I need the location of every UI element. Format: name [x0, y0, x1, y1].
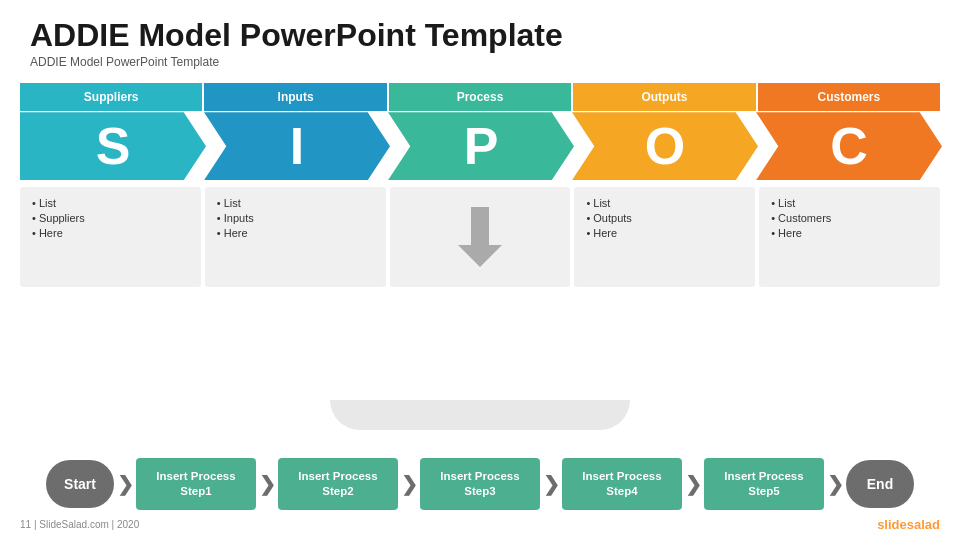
list-item: List: [32, 197, 189, 209]
flow-step-3[interactable]: Insert ProcessStep3: [420, 458, 540, 510]
sipoc-label-inputs: Inputs: [204, 83, 386, 111]
logo-text: slide: [877, 517, 907, 532]
footer-site: SlideSalad.com: [39, 519, 108, 530]
footer: 11 | SlideSalad.com | 2020 slidesalad: [0, 517, 960, 532]
down-arrow-icon: [460, 207, 500, 267]
flow-end-arrow: ❯: [824, 473, 846, 495]
sub-title: ADDIE Model PowerPoint Template: [30, 55, 930, 69]
sipoc-label-process: Process: [389, 83, 571, 111]
sipoc-label-suppliers: Suppliers: [20, 83, 202, 111]
sipoc-arrow-c: C: [756, 112, 942, 180]
flow-connector-arrow: ❯: [256, 473, 278, 495]
flow-connector-arrow: ❯: [540, 473, 562, 495]
header: ADDIE Model PowerPoint Template ADDIE Mo…: [0, 0, 960, 73]
sipoc-card-2: [390, 187, 571, 287]
sipoc-section: SuppliersInputsProcessOutputsCustomers S…: [0, 73, 960, 287]
flow-connector-arrow: ❯: [398, 473, 420, 495]
flow-connector-arrow: ❯: [682, 473, 704, 495]
flow-step-2[interactable]: Insert ProcessStep2: [278, 458, 398, 510]
flow-step-5[interactable]: Insert ProcessStep5: [704, 458, 824, 510]
process-flow: Start❯Insert ProcessStep1❯Insert Process…: [0, 458, 960, 510]
sipoc-card-3: ListOutputsHere: [574, 187, 755, 287]
list-item: Here: [32, 227, 189, 239]
list-item: List: [771, 197, 928, 209]
footer-logo: slidesalad: [877, 517, 940, 532]
list-item: Inputs: [217, 212, 374, 224]
semicircle-divider: [330, 400, 630, 430]
logo-accent: salad: [907, 517, 940, 532]
sipoc-cards: ListSuppliersHereListInputsHereListOutpu…: [20, 187, 940, 287]
footer-year: 2020: [117, 519, 139, 530]
sipoc-arrow-s: S: [20, 112, 206, 180]
sipoc-label-bar: SuppliersInputsProcessOutputsCustomers: [20, 83, 940, 111]
sipoc-arrow-i: I: [204, 112, 390, 180]
sipoc-arrow-row: SIPOC: [20, 111, 940, 181]
page-number: 11: [20, 519, 31, 530]
flow-start: Start: [46, 460, 114, 508]
flow-end: End: [846, 460, 914, 508]
sipoc-arrow-o: O: [572, 112, 758, 180]
list-item: Here: [217, 227, 374, 239]
sipoc-card-0: ListSuppliersHere: [20, 187, 201, 287]
sipoc-card-4: ListCustomersHere: [759, 187, 940, 287]
flow-connector-arrow: ❯: [114, 473, 136, 495]
flow-step-4[interactable]: Insert ProcessStep4: [562, 458, 682, 510]
sipoc-card-1: ListInputsHere: [205, 187, 386, 287]
sipoc-arrow-p: P: [388, 112, 574, 180]
list-item: Here: [586, 227, 743, 239]
list-item: Customers: [771, 212, 928, 224]
list-item: Outputs: [586, 212, 743, 224]
flow-step-1[interactable]: Insert ProcessStep1: [136, 458, 256, 510]
sipoc-label-customers: Customers: [758, 83, 940, 111]
main-title: ADDIE Model PowerPoint Template: [30, 18, 930, 53]
list-item: List: [586, 197, 743, 209]
footer-info: 11 | SlideSalad.com | 2020: [20, 519, 139, 530]
list-item: Suppliers: [32, 212, 189, 224]
list-item: List: [217, 197, 374, 209]
sipoc-label-outputs: Outputs: [573, 83, 755, 111]
list-item: Here: [771, 227, 928, 239]
